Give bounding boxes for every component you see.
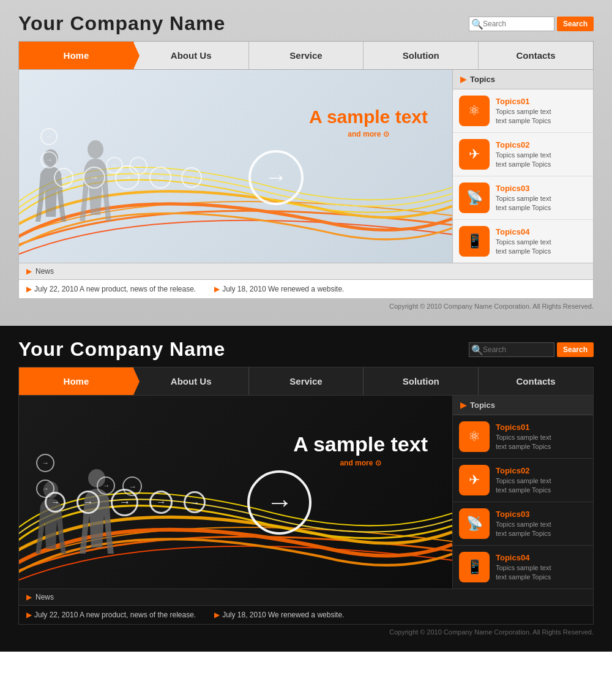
topic-title-4-light: Topics04 bbox=[496, 227, 551, 236]
search-button-dark[interactable]: Search bbox=[557, 342, 594, 357]
hero-dark: A sample text and more ⊙ → → → → → → → →… bbox=[18, 396, 453, 589]
topics-title-light: Topics bbox=[470, 75, 495, 84]
nav-about-light[interactable]: About Us bbox=[134, 42, 249, 69]
topic-item-4-light[interactable]: 📱 Topics04 Topics sample texttext sample… bbox=[453, 220, 593, 263]
search-icon-dark: 🔍 bbox=[471, 344, 483, 355]
header-dark: Your Company Name 🔍 Search bbox=[18, 338, 594, 361]
copyright-dark: Copyright © 2010 Company Name Corporatio… bbox=[18, 625, 594, 639]
arrow-sm5-light: → bbox=[181, 167, 202, 188]
light-theme-section: Your Company Name 🔍 Search Home About Us… bbox=[0, 0, 612, 326]
topic-item-1-light[interactable]: ⚛ Topics01 Topics sample texttext sample… bbox=[453, 89, 593, 133]
topic-icon-1-dark: ⚛ bbox=[459, 421, 490, 452]
topics-flame-icon-light: ▶ bbox=[460, 75, 466, 84]
nav-solution-light[interactable]: Solution bbox=[364, 42, 479, 69]
hero-headline-light: A sample text bbox=[309, 107, 428, 127]
news-label-light: News bbox=[35, 267, 54, 276]
nav-service-dark[interactable]: Service bbox=[249, 367, 364, 395]
nav-home-dark[interactable]: Home bbox=[19, 367, 134, 395]
sidebar-light: ▶ Topics ⚛ Topics01 Topics sample textte… bbox=[453, 70, 594, 263]
search-button-light[interactable]: Search bbox=[557, 17, 594, 31]
company-name-light: Your Company Name bbox=[18, 12, 225, 35]
news-items-dark: ▶July 22, 2010 A new product, news of th… bbox=[18, 606, 594, 625]
news-item-2-dark: ▶July 18, 2010 We renewed a website. bbox=[214, 611, 344, 619]
topic-icon-2-dark: ✈ bbox=[459, 465, 490, 495]
hero-andmore-dark: and more ⊙ bbox=[293, 459, 428, 467]
search-input-wrap-light: 🔍 bbox=[469, 17, 554, 31]
nav-home-light[interactable]: Home bbox=[19, 42, 134, 69]
news-label-dark: News bbox=[35, 593, 54, 601]
arrow-icons-light: → → → → → → bbox=[54, 150, 304, 205]
copyright-light: Copyright © 2010 Company Name Corporatio… bbox=[18, 299, 594, 314]
topic-title-1-light: Topics01 bbox=[496, 97, 551, 106]
news-item-1-light: ▶July 22, 2010 A new product, news of th… bbox=[26, 285, 196, 293]
topic-title-4-dark: Topics04 bbox=[496, 553, 551, 562]
topic-title-2-light: Topics02 bbox=[496, 140, 551, 149]
topic-item-1-dark[interactable]: ⚛ Topics01 Topics sample texttext sample… bbox=[453, 415, 593, 459]
search-box-dark: 🔍 Search bbox=[469, 342, 594, 357]
topic-icon-3-light: 📡 bbox=[459, 183, 490, 213]
topic-text-4-dark: Topics04 Topics sample texttext sample T… bbox=[496, 553, 551, 581]
topic-desc-2-dark: Topics sample texttext sample Topics bbox=[496, 476, 551, 494]
nav-service-light[interactable]: Service bbox=[249, 42, 364, 69]
nav-about-dark[interactable]: About Us bbox=[134, 367, 249, 395]
topics-header-light: ▶ Topics bbox=[453, 70, 593, 89]
news-bar-light: ▶ News bbox=[18, 263, 594, 280]
header-light: Your Company Name 🔍 Search bbox=[18, 12, 594, 35]
hero-headline-dark: A sample text bbox=[293, 432, 428, 456]
arrow-sm1-light: → bbox=[54, 168, 73, 187]
news-item-1-dark: ▶July 22, 2010 A new product, news of th… bbox=[26, 611, 196, 619]
topic-text-3-dark: Topics03 Topics sample texttext sample T… bbox=[496, 510, 551, 538]
topics-header-dark: ▶ Topics bbox=[453, 396, 593, 415]
topic-item-2-dark[interactable]: ✈ Topics02 Topics sample texttext sample… bbox=[453, 459, 593, 502]
topic-text-1-dark: Topics01 Topics sample texttext sample T… bbox=[496, 423, 551, 451]
sample-text-dark: A sample text and more ⊙ bbox=[293, 432, 428, 467]
topic-desc-4-light: Topics sample texttext sample Topics bbox=[496, 238, 551, 255]
sidebar-dark: ▶ Topics ⚛ Topics01 Topics sample textte… bbox=[453, 396, 594, 589]
news-items-light: ▶July 22, 2010 A new product, news of th… bbox=[18, 280, 594, 299]
main-content-dark: A sample text and more ⊙ → → → → → → → →… bbox=[18, 396, 594, 589]
navbar-dark: Home About Us Service Solution Contacts bbox=[18, 367, 594, 396]
topic-text-2-dark: Topics02 Topics sample texttext sample T… bbox=[496, 466, 551, 494]
topic-desc-1-dark: Topics sample texttext sample Topics bbox=[496, 433, 551, 451]
topic-desc-3-light: Topics sample texttext sample Topics bbox=[496, 194, 551, 212]
search-box-light: 🔍 Search bbox=[469, 17, 594, 31]
topic-icon-4-dark: 📱 bbox=[459, 552, 490, 582]
topic-text-1-light: Topics01 Topics sample texttext sample T… bbox=[496, 97, 551, 125]
topics-flame-icon-dark: ▶ bbox=[460, 401, 466, 410]
topic-desc-2-light: Topics sample texttext sample Topics bbox=[496, 151, 551, 168]
navbar-light: Home About Us Service Solution Contacts bbox=[18, 41, 594, 70]
arrow-icons-left-light: → → bbox=[40, 128, 58, 168]
topic-text-4-light: Topics04 Topics sample texttext sample T… bbox=[496, 227, 551, 255]
topic-text-3-light: Topics03 Topics sample texttext sample T… bbox=[496, 184, 551, 212]
topics-title-dark: Topics bbox=[470, 401, 495, 410]
news-bar-dark: ▶ News bbox=[18, 589, 594, 606]
topic-text-2-light: Topics02 Topics sample texttext sample T… bbox=[496, 140, 551, 168]
sample-text-light: A sample text and more ⊙ bbox=[309, 107, 428, 138]
topic-item-3-light[interactable]: 📡 Topics03 Topics sample texttext sample… bbox=[453, 176, 593, 220]
news-flame-icon-dark: ▶ bbox=[26, 593, 32, 601]
hero-light: A sample text and more ⊙ → → → → → → → →… bbox=[18, 70, 453, 263]
nav-solution-dark[interactable]: Solution bbox=[364, 367, 479, 395]
topic-title-3-light: Topics03 bbox=[496, 184, 551, 193]
topic-item-2-light[interactable]: ✈ Topics02 Topics sample texttext sample… bbox=[453, 133, 593, 176]
topic-icon-1-light: ⚛ bbox=[459, 96, 490, 126]
dark-theme-section: Your Company Name 🔍 Search Home About Us… bbox=[0, 326, 612, 652]
topic-icon-4-light: 📱 bbox=[459, 226, 490, 257]
arrow-large-dark: → bbox=[247, 470, 312, 535]
topic-icon-2-light: ✈ bbox=[459, 139, 490, 170]
topic-title-3-dark: Topics03 bbox=[496, 510, 551, 519]
topic-item-4-dark[interactable]: 📱 Topics04 Topics sample texttext sample… bbox=[453, 546, 593, 589]
news-flame-icon-light: ▶ bbox=[26, 267, 32, 276]
nav-contacts-light[interactable]: Contacts bbox=[479, 42, 593, 69]
arrow-icons-dark: → → → → → → bbox=[45, 470, 312, 535]
search-icon-light: 🔍 bbox=[471, 18, 483, 29]
search-input-wrap-dark: 🔍 bbox=[469, 342, 554, 357]
arrow-sm4-light: → bbox=[149, 167, 171, 189]
main-content-light: A sample text and more ⊙ → → → → → → → →… bbox=[18, 70, 594, 263]
topic-title-1-dark: Topics01 bbox=[496, 423, 551, 432]
arrow-sm2-light: → bbox=[83, 167, 105, 189]
company-name-dark: Your Company Name bbox=[18, 338, 225, 361]
nav-contacts-dark[interactable]: Contacts bbox=[479, 367, 593, 395]
topic-item-3-dark[interactable]: 📡 Topics03 Topics sample texttext sample… bbox=[453, 502, 593, 546]
news-item-2-light: ▶July 18, 2010 We renewed a website. bbox=[214, 285, 344, 293]
